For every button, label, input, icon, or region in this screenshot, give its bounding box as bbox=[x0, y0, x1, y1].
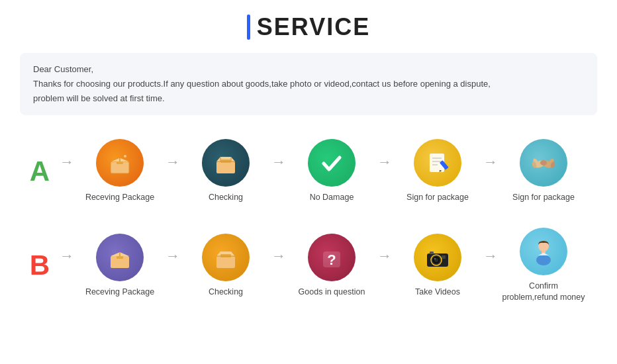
svg-rect-22 bbox=[216, 256, 235, 268]
notice-line1: Dear Customer, bbox=[33, 62, 584, 77]
arrow: → bbox=[377, 154, 392, 189]
step-b2-label: Checking bbox=[209, 287, 243, 298]
box-amber-icon bbox=[202, 234, 250, 281]
step-b3-label: Goods in question bbox=[299, 287, 365, 298]
notice-line2: Thanks for choosing our products.If any … bbox=[33, 77, 584, 91]
step-a5: Sign for package bbox=[500, 139, 587, 204]
step-a1: Receving Package bbox=[77, 139, 163, 204]
svg-point-36 bbox=[536, 255, 551, 265]
step-a2: Checking bbox=[183, 139, 269, 204]
step-a1-label: Receving Package bbox=[85, 192, 154, 204]
svg-rect-32 bbox=[442, 255, 446, 259]
title-text: SERVICE bbox=[257, 13, 370, 41]
box-purple-icon bbox=[96, 234, 144, 281]
arrow: → bbox=[377, 248, 392, 283]
svg-rect-2 bbox=[117, 161, 123, 164]
arrow: → bbox=[483, 248, 498, 283]
step-b1-label: Receving Package bbox=[85, 287, 154, 298]
page-title: SERVICE bbox=[247, 13, 370, 41]
step-b1: Receving Package bbox=[77, 234, 163, 298]
step-b4: Take Videos bbox=[395, 234, 481, 298]
title-accent-bar bbox=[247, 15, 250, 40]
checkmark-green-icon bbox=[308, 139, 356, 187]
svg-rect-4 bbox=[216, 161, 235, 173]
step-a5-label: Sign for package bbox=[512, 192, 575, 204]
svg-rect-21 bbox=[117, 256, 123, 259]
sign-yellow-icon bbox=[414, 139, 461, 187]
notice-box: Dear Customer, Thanks for choosing our p… bbox=[20, 53, 597, 115]
step-b3: ? Goods in question bbox=[289, 234, 375, 298]
notice-line3: problem will be solved at first time. bbox=[33, 91, 584, 106]
box-dark-icon bbox=[202, 139, 250, 187]
person-sky-icon bbox=[520, 228, 567, 275]
svg-point-15 bbox=[540, 160, 547, 165]
step-a4: Sign for package bbox=[395, 139, 481, 204]
arrow: → bbox=[166, 248, 180, 283]
step-a3: No Damage bbox=[289, 139, 375, 204]
svg-point-3 bbox=[124, 155, 126, 158]
step-b4-label: Take Videos bbox=[415, 287, 460, 298]
step-b2: Checking bbox=[183, 234, 269, 298]
svg-text:?: ? bbox=[327, 251, 336, 268]
step-a3-label: No Damage bbox=[310, 192, 354, 204]
flow-section: A → Receving Package → bbox=[20, 134, 597, 309]
arrow: → bbox=[271, 154, 286, 189]
arrow: → bbox=[60, 248, 74, 283]
row-label-b: B bbox=[26, 251, 53, 279]
question-crimson-icon: ? bbox=[308, 234, 356, 281]
box-orange-icon bbox=[96, 139, 144, 187]
step-a4-label: Sign for package bbox=[406, 192, 469, 204]
arrow: → bbox=[483, 154, 498, 189]
svg-point-31 bbox=[434, 257, 436, 259]
arrow: → bbox=[60, 154, 74, 189]
step-b5: Confirm problem,refund money bbox=[500, 228, 587, 304]
step-b5-label: Confirm problem,refund money bbox=[500, 281, 587, 304]
row-label-a: A bbox=[26, 158, 53, 185]
arrow: → bbox=[166, 154, 180, 189]
svg-rect-33 bbox=[430, 251, 434, 254]
flow-row-b: B → Receving Package → bbox=[20, 222, 597, 309]
flow-row-a: A → Receving Package → bbox=[20, 134, 597, 209]
handshake-teal-icon bbox=[520, 139, 567, 187]
camera-gold-icon bbox=[414, 234, 461, 281]
step-a2-label: Checking bbox=[209, 192, 243, 204]
arrow: → bbox=[271, 248, 286, 283]
